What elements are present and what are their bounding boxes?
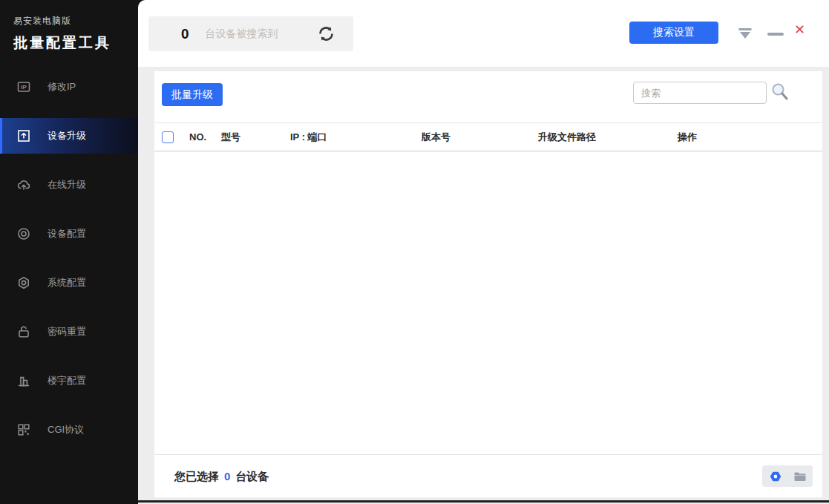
hex-nut-blue-icon[interactable] [768, 469, 783, 484]
app-brand: 易安装电脑版 批量配置工具 [0, 0, 138, 53]
sidebar-item-building-config[interactable]: 楼宇配置 [0, 363, 138, 399]
sidebar-item-label: 设备配置 [47, 227, 86, 240]
sidebar-item-label: 修改IP [47, 80, 76, 94]
column-header-file-path: 升级文件路径 [538, 123, 596, 151]
filter-icon[interactable] [738, 27, 753, 40]
search-input[interactable] [633, 82, 767, 104]
sidebar-item-label: CGI协议 [47, 423, 84, 436]
selected-count: 0 [224, 470, 230, 482]
sidebar-item-device-upgrade[interactable]: 设备升级 [0, 118, 138, 154]
column-header-model: 型号 [221, 123, 240, 151]
cloud-upload-icon [16, 177, 31, 192]
column-header-version: 版本号 [422, 123, 450, 151]
ip-icon: IP [16, 79, 31, 94]
lock-icon [16, 324, 31, 339]
minimize-button[interactable] [767, 33, 784, 36]
selected-suffix: 台设备 [235, 470, 269, 482]
sidebar-item-system-config[interactable]: 系统配置 [0, 265, 138, 301]
table-footer: 您已选择0台设备 [154, 454, 822, 497]
app-title: 批量配置工具 [13, 33, 138, 53]
table-toolbar: 批量升级 [154, 71, 822, 123]
target-icon [16, 226, 31, 241]
upload-box-icon [16, 128, 31, 143]
folder-icon[interactable] [793, 469, 807, 484]
window-bottom-edge [138, 500, 829, 503]
column-header-no: NO. [189, 123, 206, 151]
svg-text:IP: IP [21, 84, 27, 91]
batch-upgrade-button[interactable]: 批量升级 [162, 83, 223, 106]
sidebar-item-label: 楼宇配置 [47, 374, 86, 387]
sidebar-item-label: 设备升级 [47, 129, 86, 143]
qr-code-icon [16, 422, 31, 437]
select-all-checkbox[interactable] [162, 131, 174, 143]
title-bar: 0 台设备被搜索到 搜索设置 ✕ [138, 0, 829, 67]
device-count-label: 台设备被搜索到 [206, 27, 278, 41]
sidebar-item-modify-ip[interactable]: IP 修改IP [0, 69, 138, 105]
sidebar-menu: IP 修改IP 设备升级 在线升级 设备配置 系统配置 [0, 69, 138, 448]
sidebar-item-label: 在线升级 [47, 178, 86, 192]
device-count: 0 [181, 26, 189, 42]
building-icon [16, 373, 31, 388]
sidebar-item-cgi-protocol[interactable]: CGI协议 [0, 412, 138, 448]
sidebar-item-label: 密码重置 [47, 325, 86, 338]
device-count-box: 0 台设备被搜索到 [148, 16, 353, 51]
hex-nut-icon [16, 275, 31, 290]
column-header-operation: 操作 [678, 123, 697, 151]
sidebar: 易安装电脑版 批量配置工具 IP 修改IP 设备升级 在线升级 设备配置 [0, 0, 138, 504]
sidebar-item-device-config[interactable]: 设备配置 [0, 216, 138, 252]
selected-devices-text: 您已选择0台设备 [174, 455, 269, 497]
sidebar-item-online-upgrade[interactable]: 在线升级 [0, 167, 138, 203]
column-header-ip-port: IP : 端口 [290, 123, 327, 151]
app-subtitle: 易安装电脑版 [13, 15, 138, 27]
search-settings-button[interactable]: 搜索设置 [629, 22, 718, 44]
table-header: NO. 型号 IP : 端口 版本号 升级文件路径 操作 [154, 123, 822, 151]
table-body-empty [154, 151, 822, 454]
device-table-card: 批量升级 NO. 型号 IP : 端口 版本号 升级文件路径 操作 您已选择0台… [154, 71, 822, 497]
footer-icon-group [762, 465, 813, 487]
sidebar-item-password-reset[interactable]: 密码重置 [0, 314, 138, 350]
selected-prefix: 您已选择 [174, 470, 219, 482]
refresh-icon[interactable] [316, 24, 336, 44]
close-button[interactable]: ✕ [794, 22, 805, 38]
sidebar-item-label: 系统配置 [47, 276, 86, 289]
main-area: 0 台设备被搜索到 搜索设置 ✕ 批量升级 [138, 0, 829, 504]
search-icon[interactable] [771, 82, 789, 102]
